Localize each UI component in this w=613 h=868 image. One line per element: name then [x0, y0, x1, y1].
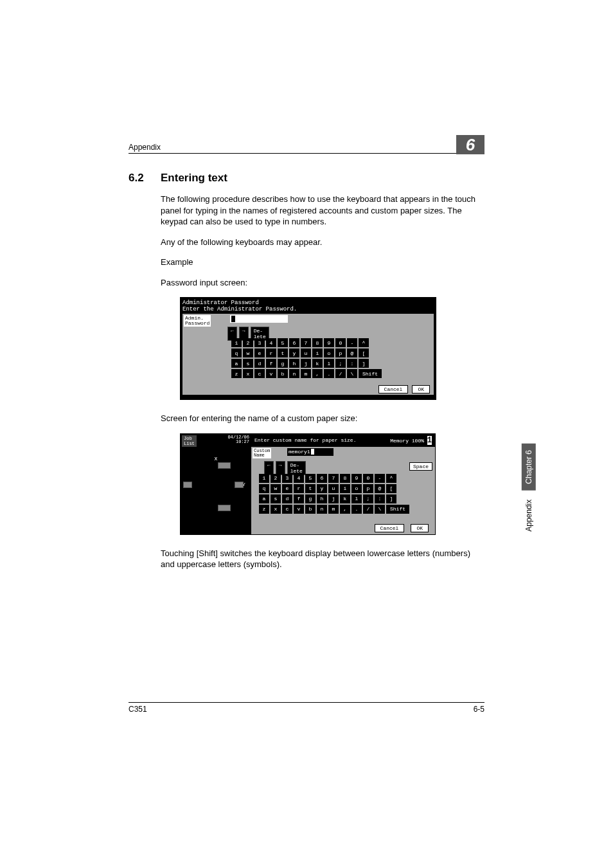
key-[[interactable]: [ [359, 348, 369, 357]
key-b[interactable]: b [305, 505, 315, 514]
arrow-right-button[interactable]: → [276, 461, 285, 475]
key-@[interactable]: @ [375, 484, 385, 493]
key-1[interactable]: 1 [231, 338, 242, 347]
ok-button[interactable]: OK [411, 524, 429, 532]
key-s[interactable]: s [243, 359, 253, 368]
key-c[interactable]: c [254, 369, 265, 378]
key-[[interactable]: [ [386, 484, 396, 493]
key-p[interactable]: p [363, 484, 373, 493]
key-:[interactable]: : [375, 494, 385, 503]
key-\[interactable]: \ [375, 505, 385, 514]
key-t[interactable]: t [278, 348, 288, 357]
password-input[interactable] [230, 315, 288, 323]
key-5[interactable]: 5 [278, 338, 288, 347]
key-j[interactable]: j [328, 494, 339, 503]
arrow-up-icon[interactable] [218, 462, 231, 469]
key-0[interactable]: 0 [363, 474, 373, 483]
key-k[interactable]: k [340, 494, 350, 503]
key-b[interactable]: b [278, 369, 288, 378]
cancel-button[interactable]: Cancel [378, 385, 409, 393]
shift-button[interactable]: Shift [386, 505, 409, 514]
key-^[interactable]: ^ [359, 338, 369, 347]
key-.[interactable]: . [324, 369, 334, 378]
key-a[interactable]: a [259, 494, 269, 503]
job-list-button[interactable]: Job List [182, 435, 197, 447]
key-v[interactable]: v [266, 369, 276, 378]
key-8[interactable]: 8 [312, 338, 323, 347]
key-,[interactable]: , [312, 369, 323, 378]
arrow-down-icon[interactable] [218, 505, 231, 511]
key-2[interactable]: 2 [243, 338, 253, 347]
key-7[interactable]: 7 [301, 338, 311, 347]
cancel-button[interactable]: Cancel [375, 524, 405, 532]
key-o[interactable]: o [351, 484, 362, 493]
key-f[interactable]: f [266, 359, 276, 368]
key-.[interactable]: . [351, 505, 362, 514]
key-7[interactable]: 7 [328, 474, 339, 483]
key-o[interactable]: o [324, 348, 334, 357]
key-e[interactable]: e [254, 348, 265, 357]
key-@[interactable]: @ [347, 348, 357, 357]
key-\[interactable]: \ [347, 369, 357, 378]
key-i[interactable]: i [340, 484, 350, 493]
key-h[interactable]: h [289, 359, 299, 368]
key-^[interactable]: ^ [386, 474, 396, 483]
key-q[interactable]: q [259, 484, 269, 493]
key-n[interactable]: n [317, 505, 327, 514]
key-8[interactable]: 8 [340, 474, 350, 483]
key-3[interactable]: 3 [282, 474, 292, 483]
key--[interactable]: - [375, 474, 385, 483]
key-d[interactable]: d [254, 359, 265, 368]
custom-name-input[interactable]: memory1 [287, 448, 333, 456]
key-m[interactable]: m [301, 369, 311, 378]
key-u[interactable]: u [328, 484, 339, 493]
key-k[interactable]: k [312, 359, 323, 368]
key--[interactable]: - [347, 338, 357, 347]
space-button[interactable]: Space [409, 462, 432, 471]
key-0[interactable]: 0 [335, 338, 346, 347]
arrow-left-icon[interactable] [183, 482, 192, 488]
key-4[interactable]: 4 [266, 338, 276, 347]
key-m[interactable]: m [328, 505, 339, 514]
key-l[interactable]: l [324, 359, 334, 368]
key-][interactable]: ] [386, 494, 396, 503]
key-y[interactable]: y [317, 484, 327, 493]
key-6[interactable]: 6 [317, 474, 327, 483]
delete-button[interactable]: De- lete [287, 461, 306, 475]
key-r[interactable]: r [266, 348, 276, 357]
arrow-left-button[interactable]: ← [264, 461, 274, 475]
key-g[interactable]: g [278, 359, 288, 368]
key-y[interactable]: y [289, 348, 299, 357]
key-/[interactable]: / [335, 369, 346, 378]
key-,[interactable]: , [340, 505, 350, 514]
key-5[interactable]: 5 [305, 474, 315, 483]
key-v[interactable]: v [294, 505, 304, 514]
key-u[interactable]: u [301, 348, 311, 357]
key-h[interactable]: h [317, 494, 327, 503]
key-w[interactable]: w [271, 484, 281, 493]
key-;[interactable]: ; [363, 494, 373, 503]
key-][interactable]: ] [359, 359, 369, 368]
key-2[interactable]: 2 [271, 474, 281, 483]
key-r[interactable]: r [294, 484, 304, 493]
key-t[interactable]: t [305, 484, 315, 493]
ok-button[interactable]: OK [412, 385, 430, 393]
key-9[interactable]: 9 [351, 474, 362, 483]
key-z[interactable]: z [231, 369, 242, 378]
key-6[interactable]: 6 [289, 338, 299, 347]
key-d[interactable]: d [282, 494, 292, 503]
key-l[interactable]: l [351, 494, 362, 503]
key-a[interactable]: a [231, 359, 242, 368]
key-f[interactable]: f [294, 494, 304, 503]
arrow-right-icon[interactable] [235, 482, 244, 488]
key-c[interactable]: c [282, 505, 292, 514]
key-p[interactable]: p [335, 348, 346, 357]
key-4[interactable]: 4 [294, 474, 304, 483]
key-j[interactable]: j [301, 359, 311, 368]
key-e[interactable]: e [282, 484, 292, 493]
key-z[interactable]: z [259, 505, 269, 514]
key-x[interactable]: x [243, 369, 253, 378]
key-s[interactable]: s [271, 494, 281, 503]
key-g[interactable]: g [305, 494, 315, 503]
key-i[interactable]: i [312, 348, 323, 357]
